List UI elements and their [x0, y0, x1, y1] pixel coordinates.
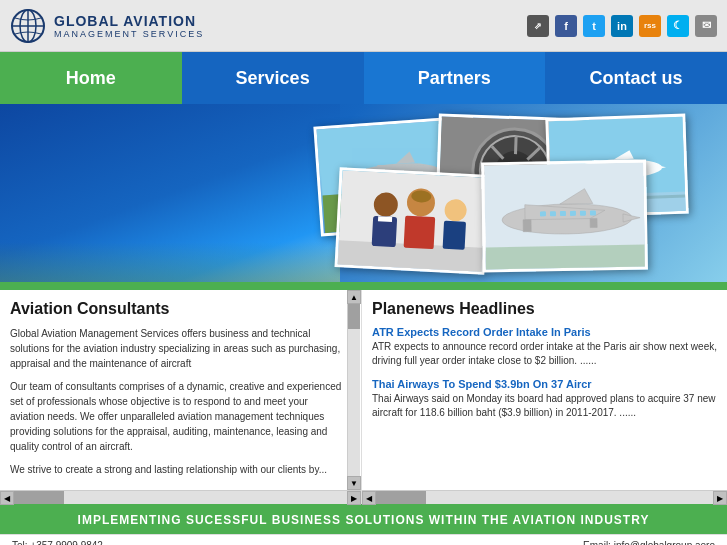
footer-tel: Tel: +357 9909 9842	[12, 540, 103, 545]
nav-contact[interactable]: Contact us	[545, 52, 727, 104]
scroll-down-button[interactable]: ▼	[347, 476, 361, 490]
bottom-green-bar: IMPLEMENTING SUCESSFUL BUSINESS SOLUTION…	[0, 504, 727, 534]
hero-section	[0, 104, 727, 282]
svg-rect-44	[443, 220, 466, 249]
left-panel-title: Aviation Consultants	[10, 300, 345, 318]
svg-rect-57	[580, 210, 586, 215]
svg-rect-41	[404, 215, 436, 249]
twitter-icon[interactable]: t	[583, 15, 605, 37]
nav-home[interactable]: Home	[0, 52, 182, 104]
left-hscrollbar[interactable]: ◀ ▶	[0, 490, 361, 504]
right-panel-title: Planenews Headlines	[372, 300, 717, 318]
news-item-2: Thai Airways To Spend $3.9bn On 37 Aircr…	[372, 378, 717, 420]
scroll-right-button[interactable]: ▶	[347, 491, 361, 505]
scroll-thumb[interactable]	[348, 304, 360, 329]
hero-photos	[307, 111, 697, 276]
hscroll-thumb[interactable]	[14, 491, 64, 504]
left-para-3: We strive to create a strong and lasting…	[10, 462, 345, 477]
left-content: Aviation Consultants Global Aviation Man…	[0, 290, 361, 490]
footer-email: Email: info@globalgroup.aero	[583, 540, 715, 545]
svg-rect-52	[590, 218, 597, 227]
skype-icon[interactable]: ☾	[667, 15, 689, 37]
rss-icon[interactable]: rss	[639, 15, 661, 37]
facebook-icon[interactable]: f	[555, 15, 577, 37]
svg-rect-54	[550, 211, 556, 216]
green-divider	[0, 282, 727, 290]
top-bar: GLOBAL AVIATION MANAGEMENT SERVICES ⇗ f …	[0, 0, 727, 52]
nav-partners[interactable]: Partners	[364, 52, 546, 104]
left-para-1: Global Aviation Management Services offe…	[10, 326, 345, 371]
svg-rect-46	[486, 244, 648, 272]
right-scroll-right-button[interactable]: ▶	[713, 491, 727, 505]
news-headline-1: ATR Expects Record Order Intake In Paris	[372, 326, 717, 338]
news-headline-2: Thai Airways To Spend $3.9bn On 37 Aircr	[372, 378, 717, 390]
hero-photo-4	[334, 167, 489, 275]
svg-rect-56	[570, 210, 576, 215]
nav-bar: Home Services Partners Contact us	[0, 52, 727, 104]
email-icon[interactable]: ✉	[695, 15, 717, 37]
right-hscroll-thumb[interactable]	[376, 491, 426, 504]
news-body-2: Thai Airways said on Monday its board ha…	[372, 392, 717, 420]
svg-rect-51	[523, 219, 531, 231]
news-item-1: ATR Expects Record Order Intake In Paris…	[372, 326, 717, 368]
hero-photo-5	[481, 159, 648, 272]
logo-text: GLOBAL AVIATION MANAGEMENT SERVICES	[54, 13, 204, 39]
nav-services[interactable]: Services	[182, 52, 364, 104]
svg-rect-53	[540, 211, 546, 216]
logo-area: GLOBAL AVIATION MANAGEMENT SERVICES	[10, 8, 204, 44]
right-scroll-left-button[interactable]: ◀	[362, 491, 376, 505]
svg-rect-55	[560, 210, 566, 215]
bottom-tagline: IMPLEMENTING SUCESSFUL BUSINESS SOLUTION…	[78, 513, 650, 527]
globe-icon	[10, 8, 46, 44]
logo-title: GLOBAL AVIATION	[54, 13, 204, 29]
scroll-up-button[interactable]: ▲	[347, 290, 361, 304]
left-scrollbar[interactable]: ▲ ▼	[347, 290, 360, 490]
footer: Tel: +357 9909 9842 Email: info@globalgr…	[0, 534, 727, 545]
left-para-2: Our team of consultants comprises of a d…	[10, 379, 345, 454]
panels-row: Aviation Consultants Global Aviation Man…	[0, 290, 727, 504]
logo-subtitle: MANAGEMENT SERVICES	[54, 29, 204, 39]
right-column: Planenews Headlines ATR Expects Record O…	[362, 290, 727, 504]
right-hscrollbar[interactable]: ◀ ▶	[362, 490, 727, 504]
social-icons: ⇗ f t in rss ☾ ✉	[527, 15, 717, 37]
left-column: Aviation Consultants Global Aviation Man…	[0, 290, 362, 504]
news-body-1: ATR expects to announce record order int…	[372, 340, 717, 368]
share-icon[interactable]: ⇗	[527, 15, 549, 37]
right-content: Planenews Headlines ATR Expects Record O…	[362, 290, 727, 490]
scroll-left-button[interactable]: ◀	[0, 491, 14, 505]
svg-rect-58	[590, 210, 596, 215]
svg-line-18	[516, 136, 517, 154]
linkedin-icon[interactable]: in	[611, 15, 633, 37]
